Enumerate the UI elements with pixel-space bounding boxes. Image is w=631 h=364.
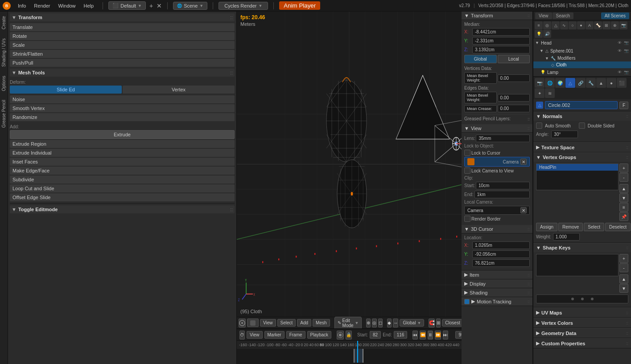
add-menu-btn[interactable]: Add xyxy=(297,319,311,327)
blender-logo[interactable]: B xyxy=(3,2,11,10)
subdivide-btn[interactable]: Subdivide xyxy=(10,176,235,184)
sk-move-up[interactable]: ▲ xyxy=(619,274,628,283)
playback-view-btn[interactable]: View xyxy=(247,331,263,339)
custom-properties-header[interactable]: ▶ Custom Properties :: xyxy=(533,338,631,348)
outliner-speaker[interactable]: 🔊 xyxy=(543,30,551,38)
pivot-mode[interactable]: Global ▼ xyxy=(400,319,424,327)
vg-headpin[interactable]: HeadPin xyxy=(536,164,618,171)
extrude-individual-btn[interactable]: Extrude Individual xyxy=(10,149,235,157)
restrict-icon[interactable]: 👁 xyxy=(616,40,623,46)
skip-to-start[interactable]: ⏮ xyxy=(412,331,418,339)
auto-smooth-check[interactable] xyxy=(536,123,542,129)
search-btn[interactable]: Search xyxy=(556,13,570,18)
prop-texture-icon[interactable]: ⬛ xyxy=(617,78,627,88)
view-perspective-btn[interactable]: ◎ xyxy=(372,319,377,327)
sk-move-down[interactable]: ▼ xyxy=(619,284,628,293)
remove-btn[interactable]: Remove xyxy=(558,223,583,231)
push-pull-btn[interactable]: Push/Pull xyxy=(10,59,235,67)
menu-render[interactable]: Render xyxy=(30,2,54,9)
vertex-btn[interactable]: Vertex xyxy=(123,86,235,94)
vg-move-down-btn[interactable]: ▼ xyxy=(619,193,628,202)
mean-bevel-v-val[interactable]: 0.00 xyxy=(498,74,530,82)
menu-help[interactable]: Help xyxy=(80,2,98,9)
lock-camera-check[interactable] xyxy=(464,168,470,174)
prop-material-icon[interactable]: ● xyxy=(606,78,616,88)
sk-remove-btn[interactable]: - xyxy=(619,263,628,272)
start-frame-input[interactable]: 82 xyxy=(370,331,381,339)
shape-keys-header[interactable]: ▼ Shape Keys :: xyxy=(533,243,631,252)
motion-tracking-sec-header[interactable]: ▶ Motion Tracking :: xyxy=(462,297,532,306)
step-forward[interactable]: ⏩ xyxy=(435,331,441,339)
outliner-filter[interactable]: ≡ xyxy=(535,21,543,29)
shape-keys-list[interactable] xyxy=(536,254,619,276)
outliner-empty[interactable]: ⊕ xyxy=(611,21,619,29)
engine-selector[interactable]: Cycles Render ▼ xyxy=(219,2,268,10)
motion-tracking-check[interactable] xyxy=(464,299,470,304)
view-menu-btn[interactable]: View xyxy=(260,319,276,327)
outliner-surface[interactable]: ○ xyxy=(569,21,577,29)
vg-sort-btn[interactable]: ≡ xyxy=(619,203,628,212)
manipulator-btn[interactable]: ↔ xyxy=(393,319,398,327)
prop-world-icon[interactable]: 🌍 xyxy=(555,78,565,88)
local-btn[interactable]: Local xyxy=(498,55,530,63)
object-type-field[interactable]: F xyxy=(619,102,628,109)
scene-selector[interactable]: 🌐 Scene ▼ xyxy=(173,2,207,10)
outliner-lattice[interactable]: ⊞ xyxy=(602,21,610,29)
geometry-data-header[interactable]: ▶ Geometry Data :: xyxy=(533,328,631,338)
step-back[interactable]: ⏪ xyxy=(420,331,426,339)
vg-move-up-btn[interactable]: ▲ xyxy=(619,184,628,193)
workspace-remove[interactable]: ✕ xyxy=(157,2,162,9)
vg-remove-btn[interactable]: - xyxy=(619,173,628,182)
prop-scene-icon[interactable]: 🌐 xyxy=(545,78,555,88)
loc-z-field[interactable]: 76.821cm xyxy=(472,259,530,267)
local-view-btn[interactable]: ◻ xyxy=(378,319,383,327)
view-ortho-btn[interactable]: ⊕ xyxy=(366,319,371,327)
x-field[interactable]: -8.4421cm xyxy=(472,28,530,36)
texture-space-header[interactable]: ▶ Texture Space :: xyxy=(533,142,631,152)
lock-cursor-check[interactable] xyxy=(464,150,470,156)
y-field[interactable]: -2.331cm xyxy=(472,37,530,45)
deselect-btn[interactable]: Deselect xyxy=(605,223,631,231)
prop-object-icon[interactable]: △ xyxy=(565,78,575,88)
shading-sec-header[interactable]: ▶ Shading :: xyxy=(462,288,532,297)
prop-data-icon[interactable]: ▲ xyxy=(596,78,606,88)
vg-add-btn[interactable]: + xyxy=(619,164,628,172)
tab-create[interactable]: Create xyxy=(0,12,8,34)
anim-player-button[interactable]: Anim Player xyxy=(279,1,320,10)
outliner-curve[interactable]: ∿ xyxy=(560,21,568,29)
prop-physics-icon[interactable]: ≋ xyxy=(545,88,555,98)
outliner-text[interactable]: A xyxy=(586,21,594,29)
tree-item-modifiers[interactable]: ▼ 🔧 Modifiers xyxy=(533,55,631,61)
pivot-btn[interactable]: ◆ xyxy=(387,319,392,327)
outliner-lamp[interactable]: 💡 xyxy=(535,30,543,38)
extrude-region-btn[interactable]: Extrude Region xyxy=(10,140,235,148)
view-sec-header[interactable]: ▼ View :: xyxy=(462,124,532,133)
lamp-render[interactable]: 📷 xyxy=(623,69,629,75)
camera-link-btn[interactable]: ✕ xyxy=(520,159,527,165)
menu-window[interactable]: Window xyxy=(54,2,79,9)
uv-maps-header[interactable]: ▶ UV Maps :: xyxy=(533,307,631,317)
playback-btn[interactable]: Playback xyxy=(307,331,332,339)
sphere-render[interactable]: 📷 xyxy=(623,48,629,54)
prop-particles-icon[interactable]: ✦ xyxy=(535,88,544,98)
slide-ed-btn[interactable]: Slide Ed xyxy=(10,86,122,94)
viewport[interactable]: X Y Z fps: 20.46 Meters (95) Cloth xyxy=(237,12,462,317)
global-btn[interactable]: Global xyxy=(464,55,497,63)
snap-mode-selector[interactable]: Closest ▼ xyxy=(442,319,462,327)
editor-type-btn[interactable] xyxy=(247,319,259,327)
tree-item-head[interactable]: ▼ Head 👁 📷 xyxy=(533,39,631,47)
playback-marker-btn[interactable]: Marker xyxy=(264,331,285,339)
mode-selector[interactable]: ✎ Edit Mode ▼ xyxy=(334,317,362,329)
noise-btn[interactable]: Noise xyxy=(10,95,235,103)
make-edge-face-btn[interactable]: Make Edge/Face xyxy=(10,167,235,175)
all-scenes-tab[interactable]: View xyxy=(535,12,552,19)
current-frame-input[interactable]: 95 xyxy=(455,331,462,339)
snap-mode[interactable]: ⊞ xyxy=(436,319,441,327)
angle-field[interactable]: 30° xyxy=(551,131,578,138)
outliner-meta[interactable]: ● xyxy=(577,21,585,29)
mesh-tools-header[interactable]: ▼ Mesh Tools :: xyxy=(10,69,235,77)
outliner-mesh[interactable]: △ xyxy=(552,21,560,29)
tab-options[interactable]: Options xyxy=(0,71,8,95)
tree-item-sphere[interactable]: ▼ △ Sphere.001 👁 📷 xyxy=(533,47,631,55)
lens-field[interactable]: 35mm xyxy=(476,135,530,142)
